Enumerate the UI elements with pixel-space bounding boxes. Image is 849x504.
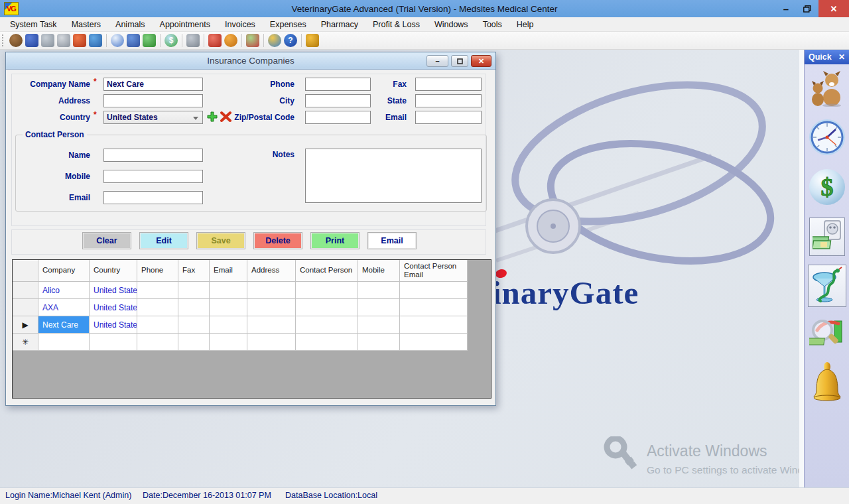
bell-icon[interactable] [306, 34, 319, 47]
grid-cell[interactable] [400, 299, 468, 316]
menu-item-profit-loss[interactable]: Profit & Loss [365, 17, 427, 32]
grid-row-header[interactable] [13, 282, 38, 299]
minimize-button[interactable]: – [776, 3, 796, 15]
company-name-input[interactable] [103, 78, 203, 91]
menu-item-windows[interactable]: Windows [427, 17, 476, 32]
grid-cell[interactable]: United States [90, 282, 137, 299]
delete-button[interactable]: Delete [253, 232, 302, 249]
grid-cell[interactable] [247, 282, 296, 299]
dogs-icon[interactable] [810, 71, 844, 109]
email-input[interactable] [415, 111, 482, 124]
grid-header-contact-person[interactable]: Contact Person [296, 260, 358, 282]
grid-cell[interactable] [137, 299, 178, 316]
toolbar-grip[interactable] [2, 34, 5, 46]
grid-cell[interactable] [137, 282, 178, 299]
grid-cell[interactable] [296, 316, 358, 334]
grid-cell[interactable] [210, 316, 247, 334]
bird-icon[interactable] [268, 34, 281, 47]
email-button[interactable]: Email [367, 232, 417, 249]
grid-header-company[interactable]: Company [38, 260, 90, 282]
grid-cell[interactable] [178, 299, 210, 316]
fax-input[interactable] [415, 78, 482, 91]
grid-cell[interactable] [296, 282, 358, 299]
grid-cell[interactable] [400, 334, 468, 351]
quick-panel-close-icon[interactable]: ✕ [838, 52, 845, 62]
grid-cell[interactable] [137, 316, 178, 334]
grid-cell[interactable] [247, 299, 296, 316]
dialog-restore-button[interactable] [451, 55, 468, 67]
contact-email-input[interactable] [103, 191, 203, 204]
grooming-icon[interactable] [57, 34, 70, 47]
dialog-close-button[interactable]: ✕ [471, 55, 491, 67]
syringe-icon[interactable] [41, 34, 54, 47]
grid-cell[interactable] [358, 334, 400, 351]
grid-header-address[interactable]: Address [247, 260, 296, 282]
phone-input[interactable] [305, 78, 371, 91]
grid-corner-cell[interactable] [13, 260, 38, 282]
dialog-minimize-button[interactable]: – [426, 55, 448, 67]
add-country-icon[interactable] [207, 111, 218, 123]
grid-cell[interactable]: United States [90, 316, 137, 334]
grid-row-header[interactable] [13, 299, 38, 316]
save-button[interactable]: Save [196, 232, 245, 249]
menu-item-pharmacy[interactable]: Pharmacy [314, 17, 365, 32]
payment-icon[interactable] [143, 34, 156, 47]
menu-item-appointments[interactable]: Appointments [153, 17, 218, 32]
grid-cell[interactable] [247, 316, 296, 334]
profit-chart-icon[interactable] [809, 316, 845, 353]
grid-cell[interactable] [178, 316, 210, 334]
contacts-icon[interactable] [25, 34, 38, 47]
grid-cell[interactable] [210, 282, 247, 299]
grid-cell[interactable] [358, 316, 400, 334]
clear-button[interactable]: Clear [82, 232, 131, 249]
calendar-icon[interactable] [127, 34, 140, 47]
grid-cell[interactable] [90, 334, 137, 351]
gold-bell-icon[interactable] [811, 361, 843, 404]
grid-header-fax[interactable]: Fax [178, 260, 210, 282]
package-icon[interactable] [186, 34, 200, 47]
expenses-icon[interactable] [809, 218, 845, 256]
menu-item-invoices[interactable]: Invoices [218, 17, 263, 32]
grid-cell[interactable]: Alico [38, 282, 90, 299]
menu-item-help[interactable]: Help [509, 17, 541, 32]
close-button[interactable]: ✕ [818, 0, 849, 17]
grid-cell[interactable]: United States [90, 299, 137, 316]
grid-header-contact-person-email[interactable]: Contact Person Email [400, 260, 468, 282]
dollar-bubble-icon[interactable]: $ [808, 168, 846, 209]
address-input[interactable] [103, 94, 203, 107]
grid-header-email[interactable]: Email [210, 260, 247, 282]
grid-cell[interactable] [400, 282, 468, 299]
dog-icon[interactable] [9, 34, 23, 47]
grid-cell[interactable] [38, 334, 90, 351]
grid-cell[interactable] [358, 299, 400, 316]
menu-item-system-task[interactable]: System Task [3, 17, 64, 32]
clock-icon[interactable] [111, 34, 124, 47]
grid-cell[interactable]: Next Care [38, 316, 90, 334]
grid-cell[interactable] [400, 316, 468, 334]
grid-cell[interactable] [178, 334, 210, 351]
grid-cell[interactable] [210, 299, 247, 316]
dialog-title-bar[interactable]: Insurance Companies [6, 52, 495, 70]
notes-textarea[interactable] [305, 149, 482, 203]
grid-header-country[interactable]: Country [90, 260, 137, 282]
grid-row-header[interactable]: ▶ [13, 316, 38, 334]
country-combobox[interactable]: United States [103, 111, 203, 124]
grid-cell[interactable] [137, 334, 178, 351]
menu-item-expenses[interactable]: Expenses [263, 17, 314, 32]
contact-name-input[interactable] [103, 149, 203, 162]
restore-button[interactable] [796, 0, 818, 17]
grid-cell[interactable] [210, 334, 247, 351]
grid-header-mobile[interactable]: Mobile [358, 260, 400, 282]
grid-cell[interactable] [358, 282, 400, 299]
menu-item-animals[interactable]: Animals [108, 17, 152, 32]
state-input[interactable] [415, 94, 482, 107]
undo-icon[interactable] [224, 34, 237, 47]
edit-button[interactable]: Edit [139, 232, 188, 249]
contact-mobile-input[interactable] [103, 170, 203, 183]
help-icon[interactable]: ? [284, 34, 297, 47]
dollar-icon[interactable]: $ [164, 34, 178, 47]
grid-new-row-header[interactable]: ✳ [13, 334, 38, 351]
grid-cell[interactable] [178, 282, 210, 299]
medicine-icon[interactable] [208, 34, 222, 47]
inventory-icon[interactable] [246, 34, 259, 47]
